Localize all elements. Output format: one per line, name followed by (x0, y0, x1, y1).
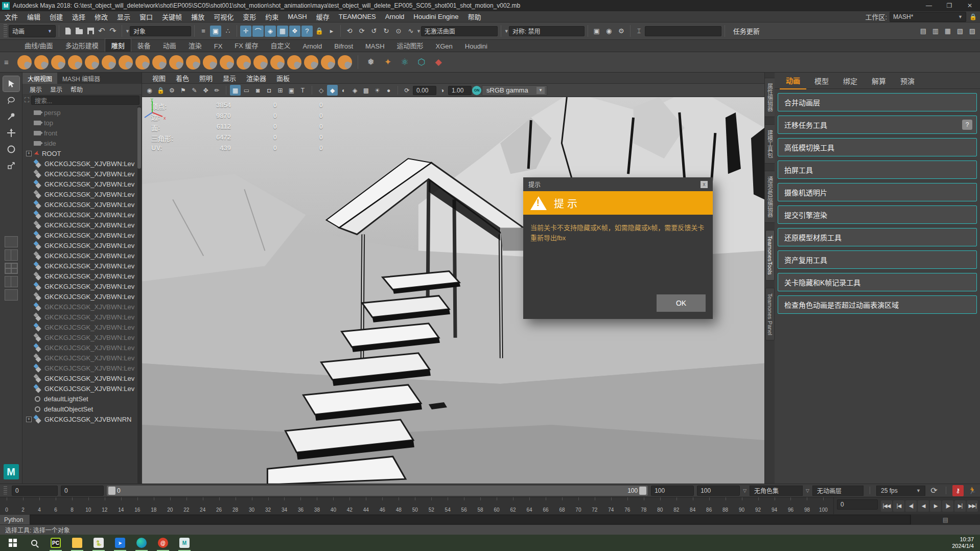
script-editor-output[interactable]: ▤ (911, 515, 980, 524)
gate-mask-icon[interactable]: ◘ (264, 85, 274, 96)
menubar-item-可视化[interactable]: 可视化 (209, 11, 238, 22)
auto-keyframe-toggle[interactable]: ⚷ (952, 485, 964, 496)
shelf-tab-MASH[interactable]: MASH (359, 41, 391, 52)
command-input[interactable] (30, 515, 911, 524)
chevron-down-icon[interactable]: ▼ (416, 29, 421, 34)
vertical-tab-建模工具包[interactable]: 建模工具包 (764, 124, 776, 164)
go-to-prev-key-button[interactable]: |◀ (893, 500, 904, 512)
tree-item[interactable]: GKCKGJCSGK_XJVBWN:Lev (22, 240, 142, 250)
selection-mask-icon-2[interactable]: ∴ (222, 26, 234, 37)
animation-preferences-icon[interactable]: 🏃 (967, 485, 978, 496)
animation-start-field[interactable]: 0 (12, 486, 58, 496)
gamma-selector[interactable]: sRGB gamma ▼ (482, 85, 547, 96)
anim-layer-selector[interactable]: 无动画层 (812, 486, 864, 496)
character-set-selector[interactable]: 无角色集 (750, 486, 803, 496)
open-scene-button[interactable] (74, 26, 85, 37)
layout-custom-button[interactable] (5, 289, 18, 301)
layout-single-pane-button[interactable] (5, 236, 18, 247)
tree-item[interactable]: GKCKGJCSGK_XJVBWN:Lev (22, 312, 142, 322)
ok-button[interactable]: OK (657, 294, 706, 312)
tool-button-资产复用工具[interactable]: 资产复用工具 (778, 250, 977, 269)
snap-to-point-icon[interactable]: ◈ (265, 26, 276, 37)
tree-item[interactable]: GKCKGJCSGK_XJVBWN:Lev (22, 199, 142, 210)
range-end-handle[interactable] (639, 487, 646, 495)
viewport-menu-显示[interactable]: 显示 (218, 73, 241, 83)
file-explorer-icon[interactable] (67, 535, 87, 551)
shelf-tab-运动图形[interactable]: 运动图形 (391, 39, 430, 52)
sculpt-brush-icon-11[interactable] (186, 55, 200, 70)
shelf-tab-曲线/曲面[interactable]: 曲线/曲面 (18, 39, 59, 52)
safe-title-icon[interactable]: T (297, 85, 308, 96)
minimize-button[interactable]: — (919, 0, 939, 11)
sculpt-brush-icon-15[interactable] (253, 55, 268, 70)
right-panel-tab-动画[interactable]: 动画 (780, 72, 806, 89)
outliner-menu-展示[interactable]: 展示 (27, 85, 45, 94)
symmetry-field[interactable]: 对称: 禁用 (509, 26, 585, 36)
menubar-item-约束[interactable]: 约束 (261, 11, 283, 22)
pycharm-icon[interactable]: PC (46, 535, 65, 551)
sculpt-brush-icon-18[interactable] (304, 55, 318, 70)
snap-to-grid-icon[interactable]: ✛ (240, 26, 251, 37)
tree-item[interactable]: GKCKGJCSGK_XJVBWN:Lev (22, 342, 142, 353)
image-plane-icon[interactable]: ✎ (189, 85, 200, 96)
sculpt-brush-icon-1[interactable] (17, 55, 32, 70)
sculpt-brush-icon-6[interactable] (102, 55, 116, 70)
scrollbar-thumb[interactable] (137, 107, 141, 169)
shelf-tab-多边形建模[interactable]: 多边形建模 (59, 39, 105, 52)
tree-item[interactable]: GKCKGJCSGK_XJVBWN:Lev (22, 291, 142, 302)
live-surface-field[interactable]: 无激活曲面 (421, 26, 498, 36)
mash-placer-icon[interactable]: ⬡ (414, 55, 429, 70)
menubar-item-显示[interactable]: 显示 (112, 11, 135, 22)
select-by-name-input[interactable]: 对象 (130, 26, 191, 36)
go-to-next-key-button[interactable]: ▶| (954, 500, 966, 512)
menubar-item-关键帧[interactable]: 关键帧 (157, 11, 186, 22)
shelf-tab-Arnold[interactable]: Arnold (297, 41, 329, 52)
task-update-button[interactable]: 任务更新 (728, 26, 765, 36)
render-icon-0[interactable]: ▣ (591, 26, 602, 37)
chevron-down-icon[interactable]: ▽ (806, 488, 809, 493)
construction-history-icon-1[interactable]: ⟳ (356, 26, 367, 37)
tree-item[interactable]: GKCKGJCSGK_XJVBWN:Lev (22, 220, 142, 230)
paint-select-tool[interactable] (3, 109, 19, 124)
chevron-down-icon[interactable]: ▼ (504, 29, 509, 34)
menubar-item-缓存[interactable]: 缓存 (312, 11, 334, 22)
sculpt-brush-icon-3[interactable] (51, 55, 65, 70)
contrast-field[interactable]: 1.00 (448, 86, 472, 95)
lock-workspace-icon[interactable]: 🔒 (969, 13, 977, 20)
right-panel-tab-模型[interactable]: 模型 (808, 73, 835, 89)
sidebar-toggle-icon-3[interactable]: ▧ (954, 26, 966, 37)
dialog-title-bar[interactable]: 提示 x (523, 177, 713, 191)
grip-handle[interactable] (4, 24, 7, 37)
time-slider[interactable]: 0246810121416182022242628303234363840424… (0, 497, 834, 514)
tree-item[interactable]: GKCKGJCSGK_XJVBWN:Lev (22, 169, 142, 179)
sculpt-brush-icon-13[interactable] (220, 55, 234, 70)
tool-button-提交引擎渲染[interactable]: 提交引擎渲染 (778, 205, 977, 224)
tree-item-root[interactable]: +➤ROOT (22, 148, 142, 158)
expand-icon[interactable]: + (26, 417, 32, 422)
menubar-item-MASH[interactable]: MASH (283, 11, 312, 22)
menu-set-selector[interactable]: 动画▼ (9, 25, 56, 37)
outliner-menu-显示[interactable]: 显示 (47, 85, 65, 94)
lock-selection-icon[interactable]: 🔒 (314, 26, 325, 37)
tree-item[interactable]: GKCKGJCSGK_XJVBWN:Lev (22, 210, 142, 220)
tree-item[interactable]: GKCKGJCSGK_XJVBWN:Lev (22, 281, 142, 291)
chevron-down-icon[interactable]: ▼ (125, 29, 130, 34)
tool-button-还原模型材质工具[interactable]: 还原模型材质工具 (778, 228, 977, 246)
menubar-item-修改[interactable]: 修改 (90, 11, 112, 22)
tool-button-高低模切换工具[interactable]: 高低模切换工具 (778, 138, 977, 156)
tree-item[interactable]: GKCKGJCSGK_XJVBWN:Lev (22, 373, 142, 383)
film-gate-icon[interactable]: ▭ (241, 85, 252, 96)
restore-button[interactable]: ❐ (939, 0, 960, 11)
menubar-item-文件[interactable]: 文件 (0, 11, 22, 22)
workspace-selector[interactable]: MASH* ▼ (890, 12, 966, 22)
fps-selector[interactable]: 25 fps▼ (876, 486, 925, 496)
menubar-item-Arnold[interactable]: Arnold (381, 11, 409, 22)
construction-history-icon-0[interactable]: ⟲ (344, 26, 355, 37)
save-scene-button[interactable] (85, 26, 96, 37)
layout-four-pane-button[interactable] (5, 263, 18, 274)
sidebar-toggle-icon-2[interactable]: ▦ (942, 26, 953, 37)
viewport-menu-渲染器[interactable]: 渲染器 (241, 73, 271, 83)
grease-pencil-icon[interactable]: ✏ (212, 85, 222, 96)
sculpt-brush-icon-10[interactable] (169, 55, 183, 70)
sidebar-toggle-icon-4[interactable]: ▨ (967, 26, 978, 37)
